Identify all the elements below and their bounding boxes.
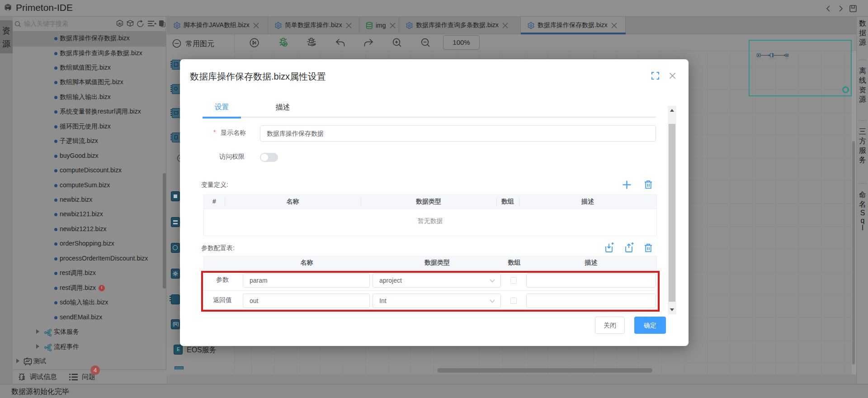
- svg-text:AI: AI: [118, 22, 122, 26]
